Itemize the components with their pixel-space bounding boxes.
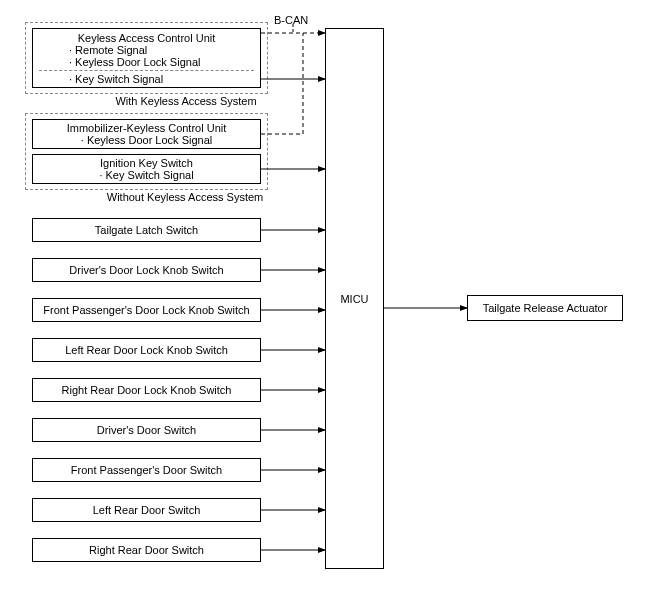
switch-label: Left Rear Door Lock Knob Switch xyxy=(65,344,228,356)
micu-label: MICU xyxy=(340,293,368,305)
switch-label: Left Rear Door Switch xyxy=(93,504,201,516)
switch-left-rear-lock-knob: Left Rear Door Lock Knob Switch xyxy=(32,338,261,362)
switch-label: Tailgate Latch Switch xyxy=(95,224,198,236)
with-keyless-label: With Keyless Access System xyxy=(106,95,266,107)
bcan-label: B-CAN xyxy=(274,14,308,26)
with-keyless-group xyxy=(25,22,268,94)
switch-label: Driver's Door Lock Knob Switch xyxy=(69,264,223,276)
switch-right-rear-door: Right Rear Door Switch xyxy=(32,538,261,562)
switch-label: Front Passenger's Door Lock Knob Switch xyxy=(43,304,249,316)
switch-driver-lock-knob: Driver's Door Lock Knob Switch xyxy=(32,258,261,282)
switch-label: Driver's Door Switch xyxy=(97,424,196,436)
without-keyless-group xyxy=(25,113,268,190)
switch-left-rear-door: Left Rear Door Switch xyxy=(32,498,261,522)
switch-front-passenger-lock-knob: Front Passenger's Door Lock Knob Switch xyxy=(32,298,261,322)
switch-tailgate-latch: Tailgate Latch Switch xyxy=(32,218,261,242)
switch-label: Front Passenger's Door Switch xyxy=(71,464,222,476)
switch-right-rear-lock-knob: Right Rear Door Lock Knob Switch xyxy=(32,378,261,402)
output-box: Tailgate Release Actuator xyxy=(467,295,623,321)
output-label: Tailgate Release Actuator xyxy=(483,302,608,314)
switch-label: Right Rear Door Switch xyxy=(89,544,204,556)
micu-box: MICU xyxy=(325,28,384,569)
switch-driver-door: Driver's Door Switch xyxy=(32,418,261,442)
switch-front-passenger-door: Front Passenger's Door Switch xyxy=(32,458,261,482)
switch-label: Right Rear Door Lock Knob Switch xyxy=(62,384,232,396)
without-keyless-label: Without Keyless Access System xyxy=(95,191,275,203)
